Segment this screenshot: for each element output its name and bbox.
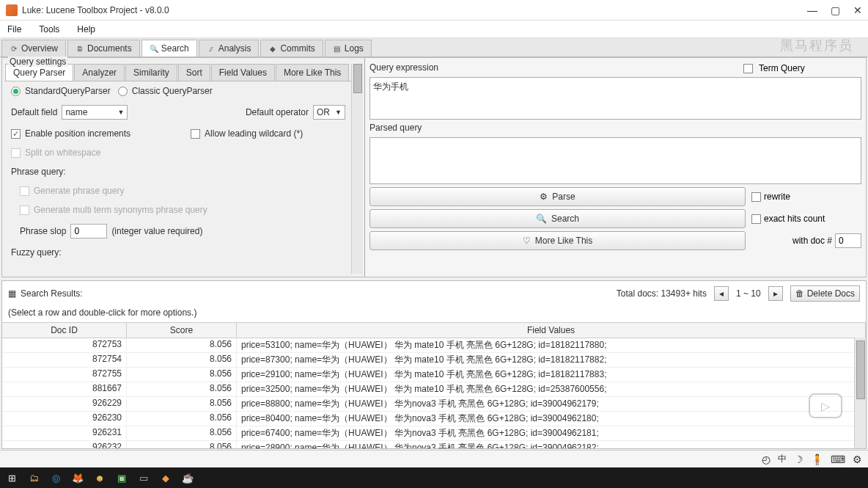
col-field-values[interactable]: Field Values	[237, 323, 866, 338]
clock-icon[interactable]: ◴	[762, 454, 770, 465]
tab-commits[interactable]: ◆Commits	[260, 40, 323, 57]
col-docid[interactable]: Doc ID	[2, 323, 127, 338]
radio-standard-label: StandardQueryParser	[25, 86, 111, 96]
grid-body: 8727538.056price=53100; name=华为（HUAWEI） …	[2, 338, 866, 448]
app-icon-1[interactable]: ▣	[113, 470, 130, 485]
keyboard-icon[interactable]: ⌨	[831, 454, 845, 465]
chat-icon[interactable]: ☻	[91, 470, 108, 485]
documents-icon: 🗎	[76, 44, 84, 53]
checkbox-enable-position[interactable]	[11, 129, 21, 139]
checkbox-allow-wildcard[interactable]	[191, 129, 200, 139]
checkbox-term-query[interactable]	[743, 64, 753, 73]
minimize-button[interactable]: —	[807, 4, 817, 16]
subtab-mlt[interactable]: More Like This	[276, 64, 349, 81]
col-score[interactable]: Score	[127, 323, 237, 338]
checkbox-exact-hits[interactable]	[751, 214, 761, 224]
tab-analysis[interactable]: ⎎Analysis	[199, 40, 260, 57]
app-icon-3[interactable]: ◆	[157, 470, 174, 485]
app-icon-2[interactable]: ▭	[135, 470, 152, 485]
menu-file[interactable]: File	[4, 23, 24, 36]
overview-icon: ⟳	[10, 44, 18, 53]
default-field-value: name	[65, 107, 114, 117]
default-field-label: Default field	[11, 107, 57, 117]
cell-score: 8.056	[127, 353, 237, 367]
table-row[interactable]: 9262318.056price=67400; name=华为（HUAWEI） …	[2, 426, 866, 441]
tab-documents[interactable]: 🗎Documents	[67, 40, 140, 57]
exact-hits-label: exact hits count	[764, 214, 825, 224]
subtab-similarity[interactable]: Similarity	[125, 64, 177, 81]
maximize-button[interactable]: ▢	[831, 4, 840, 16]
table-row[interactable]: 9262328.056price=28900; name=华为（HUAWEI） …	[2, 441, 866, 448]
query-expression-value: 华为手机	[373, 81, 408, 92]
checkbox-rewrite[interactable]	[751, 192, 761, 202]
tab-search[interactable]: 🔍Search	[141, 40, 197, 57]
start-button[interactable]: ⊞	[3, 470, 21, 485]
with-doc-label: with doc #	[792, 236, 832, 246]
table-row[interactable]: 8727558.056price=29100; name=华为（HUAWEI） …	[2, 368, 866, 382]
allow-wildcard-label: Allow leading wildcard (*)	[205, 128, 303, 139]
grid-scrollbar-thumb[interactable]	[856, 340, 865, 399]
search-button[interactable]: 🔍 Search	[369, 209, 746, 228]
results-title: Search Results:	[21, 288, 83, 299]
table-row[interactable]: 9262298.056price=88800; name=华为（HUAWEI） …	[2, 397, 866, 412]
default-operator-select[interactable]: OR ▼	[313, 105, 345, 120]
tab-overview[interactable]: ⟳Overview	[1, 40, 66, 57]
titlebar: Luke: Lucene Toolbox Project - v8.0.0 — …	[0, 0, 868, 21]
scrollbar-thumb[interactable]	[353, 64, 362, 93]
left-scrollbar[interactable]	[351, 64, 363, 274]
table-row[interactable]: 8727538.056price=53100; name=华为（HUAWEI） …	[2, 338, 866, 353]
subtab-sort[interactable]: Sort	[178, 64, 210, 81]
ime-lang[interactable]: 中	[778, 453, 787, 465]
magnifier-icon: 🔍	[536, 214, 547, 224]
tree-icon: ⚙	[540, 192, 548, 202]
close-button[interactable]: ✕	[853, 4, 862, 16]
edge-icon[interactable]: ◎	[47, 470, 65, 485]
heart-icon: ♡	[523, 236, 531, 246]
cell-field-values: price=29100; name=华为（HUAWEI） 华为 mate10 手…	[237, 368, 866, 382]
trash-icon: 🗑	[795, 288, 804, 299]
cell-score: 8.056	[127, 426, 237, 440]
fuzzy-query-label: Fuzzy query:	[5, 243, 351, 262]
menu-help[interactable]: Help	[74, 23, 98, 36]
table-row[interactable]: 9262308.056price=80400; name=华为（HUAWEI） …	[2, 412, 866, 426]
query-expression-label: Query expression	[369, 62, 738, 74]
cell-field-values: price=28900; name=华为（HUAWEI） 华为nova3 手机 …	[237, 441, 866, 448]
subtab-field-values[interactable]: Field Values	[211, 64, 275, 81]
subtab-analyzer[interactable]: Analyzer	[74, 64, 125, 81]
parse-button[interactable]: ⚙ Parse	[369, 187, 746, 206]
radio-standard-parser[interactable]	[11, 87, 21, 96]
cell-field-values: price=32500; name=华为（HUAWEI） 华为 mate10 手…	[237, 382, 866, 396]
cell-field-values: price=88800; name=华为（HUAWEI） 华为nova3 手机 …	[237, 397, 866, 411]
query-expression-input[interactable]: 华为手机	[369, 77, 861, 120]
table-row[interactable]: 8816678.056price=32500; name=华为（HUAWEI） …	[2, 382, 866, 397]
gen-synonyms-label: Generate multi term synonyms phrase quer…	[34, 205, 207, 215]
parse-button-label: Parse	[552, 192, 575, 202]
enable-position-label: Enable position increments	[25, 128, 130, 139]
radio-classic-parser[interactable]	[118, 87, 128, 96]
firefox-icon[interactable]: 🦊	[69, 470, 87, 485]
app-icon	[6, 4, 18, 16]
table-row[interactable]: 8727548.056price=87300; name=华为（HUAWEI） …	[2, 353, 866, 368]
window-controls: — ▢ ✕	[807, 4, 862, 16]
window-title: Luke: Lucene Toolbox Project - v8.0.0	[22, 5, 807, 15]
parsed-query-label: Parsed query	[369, 123, 861, 134]
tab-logs[interactable]: ▤Logs	[325, 40, 372, 57]
app-icon-4[interactable]: ☕	[179, 470, 196, 485]
accessibility-icon[interactable]: 🧍	[811, 454, 823, 465]
with-doc-input[interactable]	[835, 233, 861, 248]
menu-tools[interactable]: Tools	[36, 23, 62, 36]
grid-scrollbar[interactable]	[854, 338, 866, 448]
default-field-select[interactable]: name ▼	[62, 105, 128, 120]
gear-icon[interactable]: ⚙	[853, 454, 862, 465]
analysis-icon: ⎎	[207, 44, 216, 53]
mlt-button[interactable]: ♡ More Like This	[369, 231, 746, 250]
tab-logs-label: Logs	[345, 43, 364, 54]
file-explorer-icon[interactable]: 🗂	[25, 470, 43, 485]
results-hint: (Select a row and double-click for more …	[2, 306, 866, 322]
prev-page-button[interactable]: ◂	[714, 286, 729, 301]
next-page-button[interactable]: ▸	[768, 286, 783, 301]
phrase-slop-input[interactable]	[70, 224, 107, 238]
parsed-query-output	[369, 137, 861, 184]
delete-docs-button[interactable]: 🗑 Delete Docs	[790, 285, 860, 302]
moon-icon[interactable]: ☽	[794, 454, 803, 465]
